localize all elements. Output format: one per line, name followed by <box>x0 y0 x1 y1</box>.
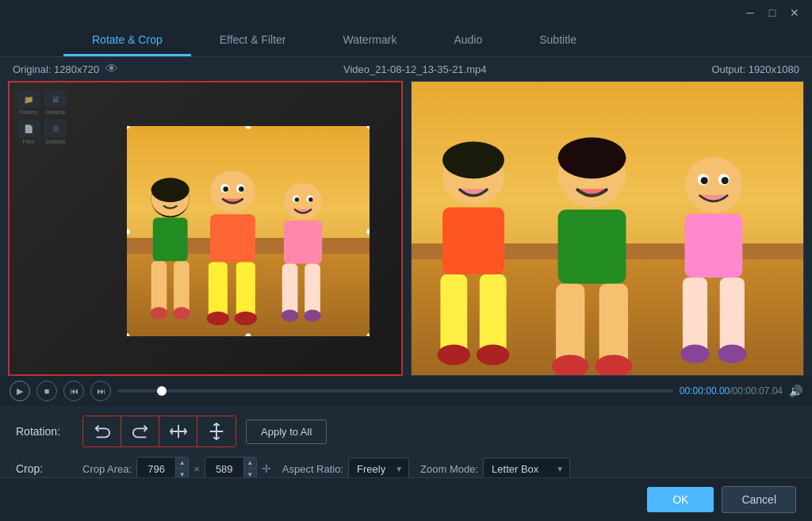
tab-subtitle[interactable]: Subtitle <box>511 25 605 56</box>
svg-point-20 <box>284 183 322 220</box>
dimension-separator: × <box>193 463 200 475</box>
svg-rect-25 <box>284 220 322 264</box>
svg-point-8 <box>151 307 168 319</box>
aspect-ratio-group: Aspect Ratio: Freely 16:9 4:3 1:1 9:16 ▼ <box>282 458 409 480</box>
svg-point-60 <box>680 344 709 362</box>
tab-bar: Rotate & Crop Effect & Filter Watermark … <box>0 25 812 57</box>
svg-rect-15 <box>210 214 255 262</box>
minimize-button[interactable]: ─ <box>739 4 761 21</box>
flip-vertical-button[interactable] <box>197 416 236 446</box>
svg-rect-38 <box>480 274 507 354</box>
next-frame-button[interactable]: ⏭ <box>90 381 111 401</box>
maximize-button[interactable]: □ <box>761 4 783 21</box>
svg-rect-16 <box>209 262 228 318</box>
prev-frame-button[interactable]: ⏮ <box>63 381 84 401</box>
svg-point-56 <box>722 177 729 184</box>
rotation-label: Rotation: <box>16 425 73 438</box>
svg-rect-27 <box>304 263 320 316</box>
background-desktop: 📁 Folders 🖥 Desktop 📄 Files ⚙ Settings <box>17 90 67 144</box>
svg-rect-48 <box>556 283 584 366</box>
ok-button[interactable]: OK <box>647 487 714 512</box>
svg-point-13 <box>224 186 229 192</box>
svg-point-35 <box>442 141 504 178</box>
aspect-ratio-select[interactable]: Freely 16:9 4:3 1:1 9:16 <box>348 458 409 480</box>
original-resolution: Original: 1280x720 <box>13 63 99 75</box>
crop-height-up[interactable]: ▲ <box>243 458 256 469</box>
svg-point-18 <box>207 311 229 325</box>
svg-rect-7 <box>174 261 190 313</box>
svg-point-23 <box>295 197 299 201</box>
close-button[interactable]: ✕ <box>783 4 806 21</box>
svg-point-40 <box>477 344 510 365</box>
play-button[interactable]: ▶ <box>10 381 30 401</box>
svg-rect-47 <box>558 209 626 284</box>
svg-point-24 <box>308 197 312 201</box>
zoom-mode-group: Zoom Mode: Letter Box Pan & Scan Full ▼ <box>420 458 570 480</box>
zoom-mode-select[interactable]: Letter Box Pan & Scan Full <box>483 458 570 480</box>
svg-rect-6 <box>151 261 167 313</box>
crop-width-up[interactable]: ▲ <box>175 458 188 469</box>
rotation-row: Rotation: <box>16 416 796 447</box>
svg-point-61 <box>718 344 746 362</box>
svg-point-9 <box>173 307 190 319</box>
stop-button[interactable]: ■ <box>36 381 57 401</box>
main-content: Original: 1280x720 👁 Video_21-08-12_13-3… <box>0 57 812 518</box>
output-resolution: Output: 1920x1080 <box>711 63 799 75</box>
filename: Video_21-08-12_13-35-21.mp4 <box>343 63 486 75</box>
svg-rect-58 <box>683 278 707 354</box>
aspect-ratio-select-wrap: Freely 16:9 4:3 1:1 9:16 ▼ <box>348 458 409 480</box>
anime-scene-left <box>127 126 370 336</box>
preview-right <box>411 81 804 376</box>
apply-to-all-button[interactable]: Apply to All <box>246 419 327 444</box>
crop-area-label: Crop Area: <box>82 463 132 475</box>
crop-label: Crop: <box>16 462 73 475</box>
time-current: 00:00:00.00/00:00:07.04 <box>680 385 783 396</box>
svg-rect-57 <box>685 213 743 278</box>
svg-point-52 <box>685 157 743 213</box>
svg-rect-37 <box>440 274 467 354</box>
crop-width-input[interactable] <box>137 458 175 480</box>
bottom-bar: OK Cancel <box>0 477 812 521</box>
tab-watermark[interactable]: Watermark <box>315 25 426 56</box>
svg-point-4 <box>151 178 190 202</box>
tab-audio[interactable]: Audio <box>425 25 511 56</box>
svg-rect-59 <box>720 278 745 354</box>
aspect-ratio-label: Aspect Ratio: <box>282 463 343 475</box>
zoom-mode-label: Zoom Mode: <box>420 463 478 475</box>
svg-point-10 <box>210 170 255 213</box>
zoom-mode-select-wrap: Letter Box Pan & Scan Full ▼ <box>483 458 570 480</box>
svg-point-29 <box>304 309 321 321</box>
title-bar: ─ □ ✕ <box>0 0 812 25</box>
svg-point-55 <box>701 177 708 184</box>
svg-rect-5 <box>153 217 188 261</box>
progress-bar[interactable] <box>117 389 673 393</box>
svg-rect-17 <box>236 262 255 318</box>
rotate-left-button[interactable] <box>83 416 121 446</box>
preview-left: 📁 Folders 🖥 Desktop 📄 Files ⚙ Settings <box>8 81 403 376</box>
rotate-right-button[interactable] <box>121 416 159 446</box>
cancel-button[interactable]: Cancel <box>722 486 796 513</box>
volume-icon[interactable]: 🔊 <box>789 385 802 397</box>
svg-point-46 <box>558 137 626 178</box>
crop-height-input[interactable] <box>205 458 243 480</box>
tab-effect-filter[interactable]: Effect & Filter <box>191 25 315 56</box>
center-crop-icon[interactable]: ✛ <box>262 462 271 475</box>
progress-dot[interactable] <box>157 386 167 396</box>
video-info-row: Original: 1280x720 👁 Video_21-08-12_13-3… <box>0 57 812 81</box>
svg-rect-36 <box>442 207 504 274</box>
crop-overlay[interactable] <box>127 126 370 336</box>
flip-horizontal-button[interactable] <box>159 416 197 446</box>
rotation-buttons <box>82 416 236 447</box>
svg-rect-26 <box>282 263 298 316</box>
svg-point-28 <box>282 309 299 321</box>
svg-point-14 <box>239 186 244 192</box>
anime-scene-right <box>412 82 803 375</box>
svg-rect-49 <box>599 283 628 366</box>
preview-area: 📁 Folders 🖥 Desktop 📄 Files ⚙ Settings <box>0 81 812 376</box>
playback-bar: ▶ ■ ⏮ ⏭ 00:00:00.00/00:00:07.04 🔊 <box>0 376 812 406</box>
tab-rotate-crop[interactable]: Rotate & Crop <box>63 25 191 56</box>
svg-point-39 <box>438 344 471 365</box>
svg-point-19 <box>235 311 257 325</box>
eye-icon[interactable]: 👁 <box>105 62 118 76</box>
